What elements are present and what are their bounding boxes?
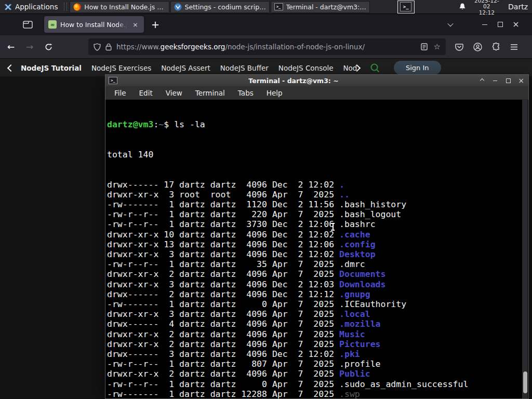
listing-directory-name: .gnupg (339, 289, 370, 299)
terminal-line: drwxr-xr-x 2 dartz dartz 4096 Apr 7 2025… (107, 329, 522, 339)
lock-icon[interactable] (105, 43, 112, 51)
search-icon[interactable] (370, 63, 380, 73)
terminal-listing: drwx------ 17 dartz dartz 4096 Dec 2 12:… (107, 180, 522, 398)
bookmark-star-icon[interactable]: ☆ (434, 42, 441, 51)
maximize-icon[interactable] (504, 76, 512, 85)
firefox-view-icon[interactable] (23, 21, 33, 29)
terminal-line: drwx------ 3 dartz dartz 4096 Dec 2 12:0… (107, 349, 522, 359)
favicon-gfg: ∞ (48, 20, 57, 29)
terminal-line: drwxr-xr-x 3 dartz dartz 4096 Dec 2 12:0… (107, 249, 522, 259)
nav-item-nodejs-tutorial[interactable]: NodeJS Tutorial (21, 64, 82, 72)
list-all-tabs-button[interactable] (443, 18, 458, 31)
panel-clock[interactable]: 2025-12-02 12:12 (472, 0, 502, 16)
nav-item-nodejs-assert[interactable]: NodeJS Assert (161, 64, 210, 72)
prompt-path: ~ (158, 119, 164, 129)
terminal-line: -rw-r--r-- 1 dartz dartz 220 Apr 7 2025 … (107, 209, 522, 219)
applications-menu-button[interactable]: Applications (0, 0, 62, 14)
chevron-right-icon[interactable] (354, 64, 360, 72)
menu-help[interactable]: Help (267, 89, 283, 97)
pocket-icon[interactable] (455, 43, 463, 51)
window-maximize-button[interactable] (493, 18, 508, 31)
menu-tabs[interactable]: Tabs (238, 89, 254, 97)
back-button[interactable]: ← (3, 39, 19, 55)
listing-file-name: .ICEauthority (339, 299, 406, 309)
terminal-total-line: total 140 (107, 150, 522, 159)
terminal-line: -rw-r--r-- 1 dartz dartz 3730 Dec 2 12:0… (107, 219, 522, 229)
listing-directory-name: Public (339, 369, 370, 379)
url-path: /node-js/installation-of-node-js-on-linu… (225, 43, 365, 51)
terminal-line: -rw-r--r-- 1 dartz dartz 0 Apr 7 2025 .s… (107, 379, 522, 389)
terminal-line: -rw------- 1 dartz dartz 0 Apr 7 2025 .I… (107, 299, 522, 309)
url-bar[interactable]: https://www.geeksforgeeks.org/node-js/in… (88, 38, 446, 55)
window-minimize-button[interactable] (477, 18, 493, 31)
clock-time: 12:12 (472, 10, 502, 16)
tray-terminal-icon[interactable]: >_ (397, 1, 415, 14)
tab-close-icon[interactable]: × (131, 20, 140, 29)
taskbar-window-codium[interactable]: Settings - codium script... (170, 1, 270, 13)
extensions-icon[interactable] (492, 43, 500, 51)
applications-logo-icon (4, 3, 12, 11)
menu-icon[interactable] (510, 44, 518, 50)
listing-directory-name: .pki (339, 349, 360, 359)
panel-separator (64, 3, 67, 11)
clock-date: 2025-12-02 (472, 0, 502, 10)
listing-file-name: .bash_logout (339, 209, 401, 219)
prompt-user-host: dartz@vm3 (107, 119, 153, 129)
listing-directory-name: Documents (339, 269, 385, 279)
menu-edit[interactable]: Edit (139, 89, 153, 97)
shade-icon[interactable] (478, 76, 486, 85)
forward-button[interactable]: → (22, 39, 37, 55)
listing-directory-name: .local (339, 309, 370, 319)
listing-directory-name: .config (339, 240, 376, 249)
nav-item-nodejs-exercises[interactable]: NodeJS Exercises (91, 64, 151, 72)
applications-label: Applications (15, 3, 58, 11)
taskbar-window-terminal[interactable]: >_ Terminal - dartz@vm3: ~ (271, 1, 370, 13)
terminal-line: drwxr-xr-x 3 dartz dartz 4096 Dec 2 12:0… (107, 280, 522, 289)
firefox-icon (73, 3, 81, 11)
listing-file-name: .sudo_as_admin_successful (339, 379, 468, 389)
terminal-title-bar[interactable]: >_ Terminal - dartz@vm3: ~ × (105, 75, 528, 86)
firefox-nav-toolbar: ← → https://www.geeksforgeeks.org/node-j… (0, 35, 532, 59)
url-scheme: https://www. (116, 43, 161, 51)
terminal-line: drwxr-xr-x 13 dartz dartz 4096 Dec 2 12:… (107, 240, 522, 249)
notification-bell-icon[interactable] (458, 3, 467, 11)
codium-icon (174, 3, 182, 11)
panel-user-menu[interactable]: Dartz (508, 3, 528, 11)
taskbar-window-firefox[interactable]: How to Install Node.js o... (70, 1, 169, 13)
gfg-nav-items: NodeJS Tutorial NodeJS Exercises NodeJS … (21, 64, 357, 72)
new-tab-button[interactable]: + (151, 19, 159, 30)
url-text: https://www.geeksforgeeks.org/node-js/in… (116, 43, 365, 51)
nav-item-nodejs-console[interactable]: NodeJS Console (278, 64, 334, 72)
browser-tab-active[interactable]: ∞ How to Install Node.js on × (44, 16, 144, 33)
terminal-line: drwxr-xr-x 2 dartz dartz 4096 Apr 7 2025… (107, 369, 522, 379)
close-icon[interactable]: × (517, 76, 525, 85)
listing-file-name: .swp (339, 389, 360, 398)
tab-title: How to Install Node.js on (60, 21, 127, 29)
terminal-line: -rw-r--r-- 1 dartz dartz 807 Apr 7 2025 … (107, 359, 522, 369)
desktop-screen: Applications How to Install Node.js o...… (0, 0, 532, 399)
reload-button[interactable] (41, 39, 56, 55)
scrollbar-thumb[interactable] (523, 371, 527, 393)
menu-terminal[interactable]: Terminal (195, 89, 225, 97)
terminal-line: drwxr-xr-x 2 dartz dartz 4096 Apr 7 2025… (107, 269, 522, 279)
reader-mode-icon[interactable] (421, 43, 428, 50)
sign-in-button[interactable]: Sign In (394, 61, 441, 75)
terminal-line: -rw------- 1 dartz dartz 12288 Apr 7 202… (107, 389, 522, 398)
menu-view[interactable]: View (166, 89, 182, 97)
tracking-shield-icon[interactable] (94, 43, 101, 51)
listing-directory-name: Music (339, 329, 365, 339)
window-close-button[interactable]: × (508, 18, 524, 31)
terminal-line: drwxr-xr-x 2 dartz dartz 4096 Apr 7 2025… (107, 339, 522, 349)
terminal-title: Terminal - dartz@vm3: ~ (105, 77, 482, 85)
terminal-scrollbar[interactable] (522, 100, 528, 398)
terminal-menu-bar: File Edit View Terminal Tabs Help (105, 86, 528, 100)
listing-directory-name: Downloads (339, 280, 385, 289)
listing-directory-name: .cache (339, 230, 370, 240)
chevron-left-icon[interactable] (8, 64, 14, 72)
menu-file[interactable]: File (114, 89, 126, 97)
minimize-icon[interactable] (491, 76, 499, 85)
terminal-icon: >_ (274, 3, 283, 10)
account-icon[interactable] (473, 43, 482, 51)
nav-item-nodejs-buffer[interactable]: NodeJS Buffer (220, 64, 269, 72)
terminal-output[interactable]: dartz@vm3:~$ ls -la total 140 drwx------… (106, 100, 522, 398)
